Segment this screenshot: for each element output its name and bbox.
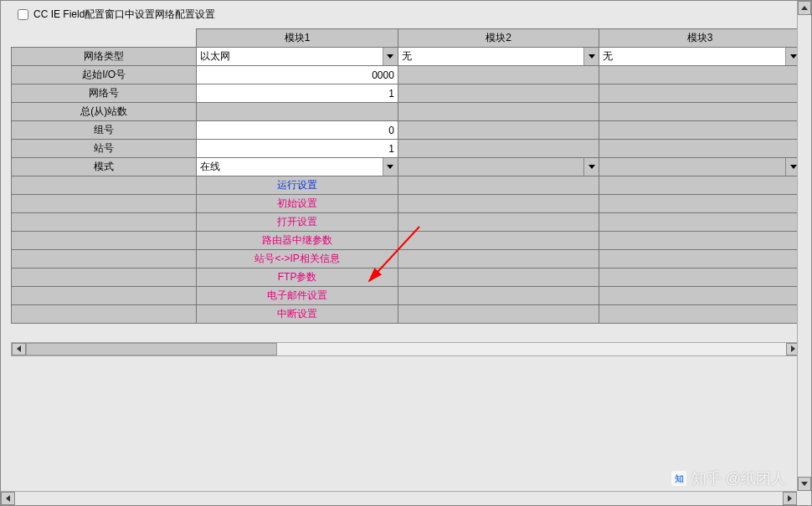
scroll-track[interactable] (15, 492, 783, 505)
ccie-field-checkbox[interactable] (18, 9, 28, 20)
total-stations-label: 总(从)站数 (12, 103, 197, 121)
empty-cell (398, 140, 599, 158)
config-table: 模块1 模块2 模块3 网络类型 以太网 无 无 起始I/O号 0000 (11, 28, 801, 339)
scroll-left-button[interactable] (12, 343, 26, 355)
watermark: 知 知乎 @纸团人 (671, 468, 786, 488)
window-vertical-scrollbar[interactable] (797, 1, 811, 491)
network-type-label: 网络类型 (12, 48, 197, 66)
mode-m2-combo[interactable] (398, 158, 599, 176)
empty-cell (12, 213, 197, 232)
network-type-m1-combo[interactable]: 以太网 (197, 48, 398, 66)
empty-cell (398, 287, 599, 305)
ftp-params-link[interactable]: FTP参数 (197, 268, 398, 287)
empty-cell (599, 121, 801, 140)
scroll-right-button[interactable] (783, 492, 797, 505)
group-no-input[interactable]: 0 (197, 121, 398, 140)
empty-cell (599, 176, 801, 195)
empty-cell (398, 213, 599, 232)
empty-cell (599, 213, 801, 232)
network-type-m2-combo[interactable]: 无 (398, 48, 599, 66)
empty-cell (398, 305, 599, 324)
blank (12, 324, 197, 339)
network-type-m1-value: 以太网 (200, 49, 383, 64)
module3-header: 模块3 (599, 29, 801, 48)
group-no-label: 组号 (12, 121, 197, 140)
empty-cell (197, 103, 398, 121)
empty-cell (398, 268, 599, 287)
chevron-down-icon (583, 48, 599, 65)
empty-cell (599, 268, 801, 287)
chevron-down-icon (383, 158, 398, 176)
header-row: 模块1 模块2 模块3 (12, 29, 801, 48)
empty-cell (599, 103, 801, 121)
empty-cell (599, 140, 801, 158)
blank (599, 324, 801, 339)
mode-m1-value: 在线 (200, 160, 383, 174)
scroll-thumb[interactable] (26, 343, 277, 355)
module1-header: 模块1 (197, 29, 398, 48)
scroll-down-button[interactable] (798, 477, 811, 491)
empty-cell (599, 195, 801, 213)
chevron-down-icon (383, 48, 398, 65)
svg-text:知: 知 (674, 473, 683, 483)
mode-m1-combo[interactable]: 在线 (197, 158, 398, 176)
scroll-left-button[interactable] (1, 492, 15, 505)
empty-cell (398, 121, 599, 140)
interrupt-settings-link[interactable]: 中断设置 (197, 305, 398, 324)
empty-cell (398, 66, 599, 84)
router-relay-params-link[interactable]: 路由器中继参数 (197, 232, 398, 250)
empty-cell (398, 232, 599, 250)
chevron-down-icon (583, 158, 599, 176)
empty-cell (12, 250, 197, 268)
scroll-up-button[interactable] (798, 1, 811, 15)
empty-cell (398, 84, 599, 103)
empty-cell (599, 250, 801, 268)
blank-header (12, 29, 197, 48)
empty-cell (398, 195, 599, 213)
empty-cell (398, 250, 599, 268)
empty-cell (599, 232, 801, 250)
network-no-input[interactable]: 1 (197, 84, 398, 103)
watermark-text: 知乎 @纸团人 (691, 468, 786, 488)
empty-cell (12, 232, 197, 250)
network-type-m3-value: 无 (603, 49, 785, 64)
empty-cell (599, 66, 801, 84)
blank (398, 324, 599, 339)
mode-m3-combo[interactable] (599, 158, 801, 176)
start-io-input[interactable]: 0000 (197, 66, 398, 84)
station-ip-info-link[interactable]: 站号<->IP相关信息 (197, 250, 398, 268)
empty-cell (599, 305, 801, 324)
empty-cell (12, 195, 197, 213)
module2-header: 模块2 (398, 29, 599, 48)
scroll-track[interactable] (26, 343, 786, 355)
empty-cell (599, 84, 801, 103)
network-no-label: 网络号 (12, 84, 197, 103)
initial-settings-link[interactable]: 初始设置 (197, 195, 398, 213)
window-horizontal-scrollbar[interactable] (1, 491, 797, 505)
run-settings-link[interactable]: 运行设置 (197, 176, 398, 195)
blank (197, 324, 398, 339)
network-type-m3-combo[interactable]: 无 (599, 48, 801, 66)
empty-cell (12, 305, 197, 324)
empty-cell (398, 103, 599, 121)
station-no-input[interactable]: 1 (197, 140, 398, 158)
zhihu-icon: 知 (671, 471, 686, 486)
empty-cell (12, 287, 197, 305)
email-settings-link[interactable]: 电子邮件设置 (197, 287, 398, 305)
open-settings-link[interactable]: 打开设置 (197, 213, 398, 232)
empty-cell (12, 268, 197, 287)
table-wrap: 模块1 模块2 模块3 网络类型 以太网 无 无 起始I/O号 0000 (1, 28, 811, 365)
empty-cell (398, 176, 599, 195)
mode-label: 模式 (12, 158, 197, 176)
config-window: CC IE Field配置窗口中设置网络配置设置 模块1 模块2 模块3 网络类… (0, 0, 812, 506)
table-horizontal-scrollbar[interactable] (11, 342, 801, 356)
station-no-label: 站号 (12, 140, 197, 158)
start-io-label: 起始I/O号 (12, 66, 197, 84)
empty-cell (599, 287, 801, 305)
checkbox-label: CC IE Field配置窗口中设置网络配置设置 (33, 8, 215, 22)
network-type-m2-value: 无 (402, 49, 584, 64)
checkbox-row: CC IE Field配置窗口中设置网络配置设置 (1, 1, 811, 28)
empty-cell (12, 176, 197, 195)
